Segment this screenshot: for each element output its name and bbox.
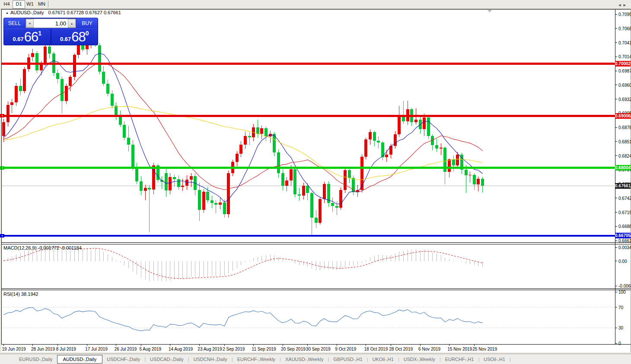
volume-increase-button[interactable]: ▲ <box>68 19 76 28</box>
price-axis-label: 0.67425 <box>618 196 631 201</box>
rsi-axis-label: 70 <box>618 305 631 310</box>
buy-price-display[interactable]: 0.67 68 0 <box>51 29 98 45</box>
date-axis-label: 15 Nov 2019 <box>447 347 472 351</box>
price-axis-label: 0.70415 <box>618 41 631 45</box>
price-axis-label: 0.69325 <box>618 97 631 102</box>
date-axis-label: 25 Nov 2019 <box>472 347 497 351</box>
hline-price-tag: 0.68004 <box>615 165 631 171</box>
volume-decrease-button[interactable]: ▼ <box>26 19 34 28</box>
date-axis-label: 11 Sep 2019 <box>252 347 276 351</box>
hline-price-tag: 0.70002 <box>615 61 631 66</box>
rsi-indicator-label: RSI(14) 38.1942 <box>3 291 38 297</box>
chart-ohlc-values: 0.67671 0.67728 0.67627 0.67661 <box>48 10 121 15</box>
sell-price-display[interactable]: 0.67 66 1 <box>4 29 51 45</box>
buy-button[interactable]: BUY <box>76 18 98 28</box>
sell-price-prefix: 0.67 <box>13 36 23 42</box>
price-axis-label: 0.68785 <box>618 125 631 130</box>
volume-stepper: ▼ 1.00 ▲ <box>25 19 76 28</box>
price-axis-label: 0.66610 <box>618 238 631 243</box>
date-axis-label: 18 Oct 2019 <box>364 347 388 351</box>
buy-price-big: 68 <box>71 29 85 45</box>
spin-down-icon: ▼ <box>29 22 32 25</box>
current-price-tag: 0.67661 <box>615 183 631 189</box>
date-axis-label: 5 Aug 2019 <box>139 347 161 351</box>
date-axis-label: 19 Jun 2019 <box>2 347 26 351</box>
rsi-axis-label: 0 <box>618 341 631 346</box>
price-axis-label: 0.68240 <box>618 154 631 158</box>
date-axis-label: 8 Jul 2019 <box>56 347 76 351</box>
date-axis-label: 14 Aug 2019 <box>169 347 193 351</box>
buy-price-pip: 0 <box>86 30 89 37</box>
sell-price-big: 66 <box>24 29 38 45</box>
date-axis-label: 6 Nov 2019 <box>418 347 440 351</box>
rsi-axis-label: 30 <box>618 326 631 330</box>
price-axis-label: 0.68510 <box>618 139 631 144</box>
sell-price-pip: 1 <box>38 30 41 37</box>
price-axis-label: 0.69600 <box>618 83 631 88</box>
price-axis-label: 0.70955 <box>618 12 631 17</box>
price-axis-label: 0.70685 <box>618 26 631 31</box>
macd-indicator-label: MACD(12,26,9) -0.001772 -0.001184 <box>3 245 82 250</box>
collapse-icon[interactable]: ▲ <box>6 11 9 14</box>
price-axis-label: 0.66880 <box>618 224 631 229</box>
macd-axis-label: -0.00637 <box>618 284 631 288</box>
date-axis-label: 23 Aug 2019 <box>198 347 222 351</box>
hline-price-tag: 0.69006 <box>615 113 631 119</box>
date-axis-label: 28 Oct 2019 <box>389 347 413 351</box>
macd-axis-label: 0.00 <box>618 259 631 264</box>
date-axis-label: 28 Jun 2019 <box>31 347 55 351</box>
buy-price-prefix: 0.67 <box>60 36 71 42</box>
date-axis-label: 30 Sep 2019 <box>306 347 331 351</box>
date-axis-label: 20 Sep 2019 <box>281 347 306 351</box>
price-axis-label: 0.70140 <box>618 54 631 59</box>
date-axis-label: 26 Jul 2019 <box>115 347 137 351</box>
one-click-trading-panel: SELL ▼ 1.00 ▲ BUY 0.67 66 1 0.67 68 0 <box>3 18 98 45</box>
hline-price-tag: 0.66705 <box>615 233 631 238</box>
rsi-axis-label: 100 <box>618 290 631 294</box>
volume-input[interactable]: 1.00 <box>34 19 68 28</box>
chart-title: ▲AUDUSD-,Daily0.67671 0.67728 0.67627 0.… <box>6 10 121 15</box>
date-axis-label: 17 Jul 2019 <box>85 347 108 351</box>
price-axis-label: 0.67150 <box>618 210 631 215</box>
sell-button[interactable]: SELL <box>4 18 25 28</box>
macd-axis-label: 0.00349 <box>618 245 631 250</box>
spin-up-icon: ▲ <box>70 22 73 25</box>
chart-canvas[interactable] <box>0 0 631 364</box>
date-axis-label: 9 Oct 2019 <box>335 347 356 351</box>
terminal-window: H4D1W1MN ▲AUDUSD-,Daily0.67671 0.67728 0… <box>0 0 631 364</box>
chart-symbol-label: AUDUSD-,Daily <box>10 10 44 15</box>
date-axis-label: 2 Sep 2019 <box>223 347 245 351</box>
price-axis-label: 0.69870 <box>618 69 631 73</box>
